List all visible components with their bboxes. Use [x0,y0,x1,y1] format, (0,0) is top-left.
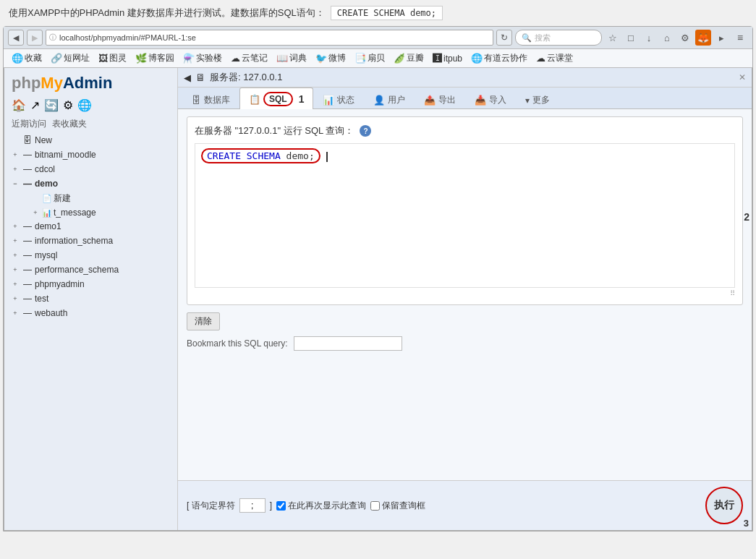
note-icon: ☁ [231,53,240,64]
tab-database[interactable]: 🗄 数据库 [182,90,239,109]
db-item-performance[interactable]: + — performance_schema [7,263,174,277]
bm-favorites[interactable]: 🌐 收藏 [8,51,46,65]
expander-icon: + [10,279,20,289]
delimiter-input[interactable] [239,498,266,513]
tab-status[interactable]: 📊 状态 [313,90,364,109]
expander-icon: + [10,308,20,318]
home-icon[interactable]: ⌂ [659,30,675,46]
db-item-bitnami[interactable]: + — bitnami_moodle [7,148,174,162]
keep-query-checkbox[interactable]: 保留查询框 [370,500,425,512]
tab-import[interactable]: 📥 导入 [465,90,516,109]
search-bar[interactable]: 🔍 搜索 [515,30,602,46]
download-icon[interactable]: ↓ [641,30,657,46]
expander-icon: + [10,164,20,174]
bm-note[interactable]: ☁ 云笔记 [227,51,271,65]
tab-more[interactable]: ▾ 更多 [516,90,559,109]
show-query-check[interactable] [276,501,286,511]
browser-window: ◀ ▶ ⓘ localhost/phpmyadmin/#PMAURL-1:se … [3,26,753,532]
bm-shorturl[interactable]: 🔗 短网址 [47,51,93,65]
globe-toolbar-icon[interactable]: 🌐 [77,98,92,112]
bm-tuling[interactable]: 🖼 图灵 [95,51,130,65]
sql-schema-name: demo; [286,150,315,161]
bm-dict[interactable]: 📖 词典 [273,51,310,65]
expander-icon: + [10,294,20,304]
delimiter-close: ] [270,500,272,511]
db-item-demo1[interactable]: + — demo1 [7,219,174,234]
tab-label: 状态 [337,94,354,106]
settings-icon[interactable]: ⚙ [677,30,693,46]
refresh-toolbar-icon[interactable]: 🔄 [44,98,59,112]
pma-toolbar: 🏠 ↗ 🔄 ⚙ 🌐 [4,95,177,116]
bm-label: 豆瓣 [407,52,424,64]
execute-button-wrap: 执行 3 [705,487,743,524]
bokeyuan-icon: 🌿 [135,53,147,64]
db-item-new[interactable]: 🗄 New [7,133,174,148]
white-icon[interactable]: □ [623,30,639,46]
bm-youdao[interactable]: 🌐 有道云协作 [467,51,531,65]
instruction-text: 使用XAMPP中的PHPAdmin 建好数据库并进行测试。建数据库的SQL语句： [9,7,325,20]
address-bar[interactable]: ⓘ localhost/phpmyadmin/#PMAURL-1:se [46,30,493,46]
bm-weibo[interactable]: 🐦 微博 [312,51,349,65]
firefox-icon[interactable]: 🦊 [695,30,711,46]
show-query-checkbox[interactable]: 在此再次显示此查询 [276,500,366,512]
resize-handle[interactable]: ⠿ [195,288,735,297]
bookmark-input[interactable] [294,336,402,351]
db-item-information[interactable]: + — information_schema [7,234,174,248]
bm-label: 短网址 [64,52,90,64]
expander-icon [10,135,20,145]
annotation-1: 1 [299,93,305,105]
db-item-test[interactable]: + — test [7,291,174,306]
star-icon[interactable]: ☆ [605,30,621,46]
favorites-label[interactable]: 表收藏夹 [52,118,87,130]
menu-button[interactable]: ≡ [732,30,748,46]
logo-my: My [41,74,63,92]
execute-button[interactable]: 执行 [705,487,743,524]
home-toolbar-icon[interactable]: 🏠 [12,98,26,112]
bm-label: 词典 [289,52,307,64]
keep-query-check[interactable] [370,501,380,511]
db-item-cdcol[interactable]: + — cdcol [7,162,174,176]
bm-yunkecheng[interactable]: ☁ 云课堂 [532,51,577,65]
bookmark-icon[interactable]: ▸ [713,30,729,46]
tab-export[interactable]: 📤 导出 [415,90,465,109]
dict-icon: 📖 [276,53,288,64]
more-icon: ▾ [525,95,530,106]
help-icon[interactable]: ? [360,125,371,137]
tab-users[interactable]: 👤 用户 [364,90,415,109]
recent-label[interactable]: 近期访问 [12,118,46,130]
content-header: ◀ 🖥 服务器: 127.0.0.1 ✕ [178,68,752,88]
bm-label: 云笔记 [242,52,268,64]
bm-bokeyuan[interactable]: 🌿 博客园 [132,51,178,65]
clear-button[interactable]: 清除 [187,312,220,330]
main-layout: phpMyAdmin 🏠 ↗ 🔄 ⚙ 🌐 近期访问 表收藏夹 🗄 New [4,68,752,531]
sql-editor[interactable]: CREATE SCHEMA demo; [195,143,735,288]
collapse-icon[interactable]: ◀ [184,72,191,83]
db-item-webauth[interactable]: + — webauth [7,306,174,320]
bm-itpub[interactable]: 🅸 itpub [429,52,466,64]
shiyanlou-icon: ⚗️ [183,53,195,64]
refresh-button[interactable]: ↻ [496,30,512,46]
tab-sql[interactable]: 📋 SQL 1 [239,88,313,109]
db-item-demo[interactable]: − — demo [7,176,174,191]
expander-icon: − [10,179,20,189]
bm-douban[interactable]: 🫛 豆瓣 [390,51,428,65]
sql-textarea-wrapper: CREATE SCHEMA demo; 2 [195,143,735,288]
content-area: ◀ 🖥 服务器: 127.0.0.1 ✕ 🗄 数据库 📋 SQL 1 [178,68,752,530]
bm-shiyanlou[interactable]: ⚗️ 实验楼 [179,51,226,65]
db-icon: 🗄 [22,135,33,146]
forward-button[interactable]: ▶ [27,30,43,46]
db-item-newrecord[interactable]: 📄 新建 [27,191,174,206]
delimiter-label: [ 语句定界符 [187,500,235,512]
db-name: test [35,294,48,304]
annotation-3: 3 [744,518,749,529]
bm-shanbei[interactable]: 📑 扇贝 [351,51,388,65]
logo-php: php [12,74,41,92]
status-tab-icon: 📊 [323,95,334,106]
back-button[interactable]: ◀ [8,30,24,46]
db-item-phpmyadmin[interactable]: + — phpmyadmin [7,277,174,291]
db-item-mysql[interactable]: + — mysql [7,248,174,263]
arrow-toolbar-icon[interactable]: ↗ [30,98,40,112]
db-item-tmessage[interactable]: + 📊 t_message [27,206,174,219]
settings-toolbar-icon[interactable]: ⚙ [63,98,73,112]
close-button[interactable]: ✕ [739,72,746,82]
